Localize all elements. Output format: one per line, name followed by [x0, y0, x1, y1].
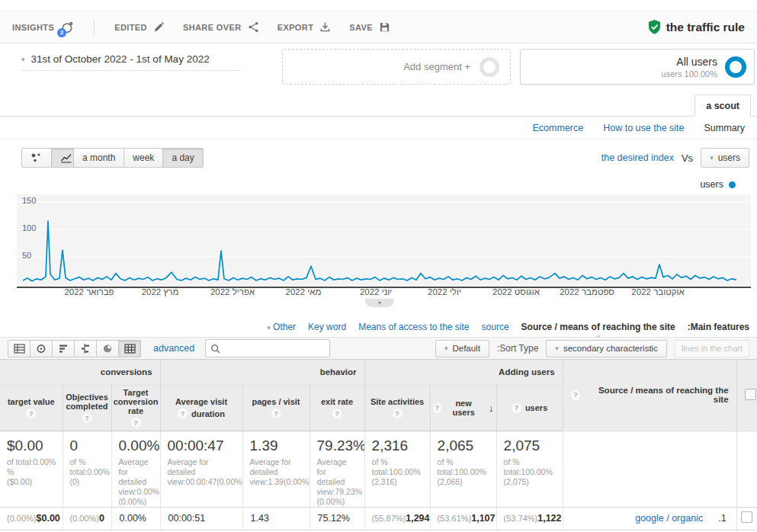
- group-adding-users: Adding users: [364, 360, 563, 385]
- comparison-view-button[interactable]: [74, 340, 97, 357]
- col-header-exit-rate[interactable]: exit rate?: [310, 385, 364, 431]
- share-button[interactable]: SHARE OVER: [183, 21, 259, 33]
- dimension-source[interactable]: source: [482, 322, 509, 332]
- all-users-segment[interactable]: All users users 100.00%: [520, 49, 755, 85]
- tab-a-scout[interactable]: a scout: [694, 95, 751, 117]
- cell-new-users: (53.61%)1,107: [430, 507, 496, 530]
- col-header-users[interactable]: ?users: [496, 385, 563, 431]
- table-view-button[interactable]: [8, 340, 30, 357]
- granularity-week-button[interactable]: week: [123, 148, 163, 168]
- help-icon[interactable]: ?: [82, 413, 92, 423]
- help-icon[interactable]: ?: [393, 409, 403, 418]
- edited-button[interactable]: EDITED: [114, 21, 165, 33]
- comparison-icon: [80, 344, 91, 354]
- col-header-avg-duration[interactable]: Average visit?duration: [160, 385, 242, 431]
- sort-type-button[interactable]: ▾ Default: [435, 340, 489, 357]
- save-button[interactable]: SAVE: [349, 21, 390, 33]
- chart-collapse-handle[interactable]: ▾: [365, 299, 394, 307]
- users-timeseries-chart[interactable]: 150 100 50: [17, 194, 751, 288]
- help-icon[interactable]: ?: [26, 409, 36, 418]
- save-icon: [379, 21, 390, 33]
- dimension-other[interactable]: ▾ Other: [267, 322, 296, 332]
- desired-index-link[interactable]: the desired index: [601, 152, 674, 163]
- bars-icon: [58, 344, 69, 354]
- cell-avg-duration: 00:00:51: [160, 507, 242, 530]
- table-toolbar-right: ▾ Default :Sort Type ▾ secondary charact…: [435, 340, 749, 357]
- col-header-target-value[interactable]: target value?: [0, 385, 63, 431]
- add-segment-box[interactable]: Add segment +: [282, 49, 511, 85]
- help-icon[interactable]: ?: [512, 403, 521, 413]
- motion-chart-button[interactable]: [21, 148, 52, 168]
- row-index: .1: [718, 513, 726, 524]
- users-line: [23, 221, 736, 281]
- metric-select-button[interactable]: ▾ users: [701, 148, 749, 168]
- data-table-icon: [14, 344, 25, 354]
- pivot-view-button[interactable]: [118, 340, 141, 357]
- tab-strip: a scout: [0, 95, 757, 117]
- col-label: Target conversion rate: [114, 388, 159, 415]
- dimension-access[interactable]: Means of access to the site: [358, 322, 469, 332]
- x-axis-labels: פברואר 2022מרץ 2022אפריל 2022מאי 2022יונ…: [17, 287, 751, 300]
- performance-view-button[interactable]: [52, 340, 75, 357]
- pie-view-button[interactable]: [96, 340, 119, 357]
- help-icon[interactable]: ?: [433, 403, 442, 413]
- table-search-input[interactable]: [224, 342, 345, 354]
- chevron-down-icon: ▾: [378, 300, 381, 306]
- col-header-new-users[interactable]: ?new users↓: [430, 385, 496, 431]
- x-axis-label: יוני 2022: [360, 287, 392, 296]
- insights-button[interactable]: INSIGHTS 2: [12, 21, 74, 34]
- col-header-objectives[interactable]: Objectives completed?: [63, 385, 111, 431]
- row-checkbox-cell: [736, 507, 757, 530]
- select-all-checkbox[interactable]: [745, 389, 756, 400]
- help-icon[interactable]: ?: [131, 418, 141, 428]
- x-axis-label: ספטמבר 2022: [560, 287, 614, 296]
- percentage-view-button[interactable]: [30, 340, 53, 357]
- share-icon: [248, 21, 259, 33]
- advanced-filter-link[interactable]: advanced: [153, 343, 194, 354]
- y-tick-50: 50: [22, 251, 31, 260]
- secondary-dimension-button[interactable]: ▾ secondary characteristic: [546, 340, 667, 357]
- cell-source: google / organic.1: [563, 507, 736, 530]
- pencil-icon: [153, 21, 165, 33]
- link-how-to-use[interactable]: How to use the site: [603, 123, 684, 133]
- main-features-label: :Main features: [688, 322, 749, 332]
- date-range-text: 31st of October 2022 - 1st of May 2022: [31, 53, 210, 65]
- col-header-target-rate[interactable]: Target conversion rate?: [111, 385, 160, 431]
- summary-target-rate: 0.00%Average for detailed view:0.00% (0.…: [111, 431, 160, 507]
- x-axis-label: אוקטובר 2022: [631, 287, 684, 296]
- dimension-keyword[interactable]: Key word: [308, 322, 346, 332]
- help-icon[interactable]: ?: [178, 409, 188, 418]
- granularity-day-button[interactable]: a day: [162, 148, 203, 168]
- help-icon[interactable]: ?: [571, 390, 581, 400]
- link-summary[interactable]: Summary: [704, 123, 745, 133]
- report-title-text: the traffic rule: [666, 21, 745, 34]
- col-header-pages-visit[interactable]: pages / visit?: [242, 385, 310, 431]
- date-range-selector[interactable]: ▾ 31st of October 2022 - 1st of May 2022: [21, 52, 240, 71]
- download-icon: [319, 21, 331, 33]
- insights-icon: 2: [60, 21, 74, 34]
- help-icon[interactable]: ?: [271, 409, 281, 418]
- granularity-month-button[interactable]: a month: [73, 148, 124, 168]
- row-checkbox[interactable]: [741, 511, 752, 523]
- col-label: exit rate: [321, 397, 353, 406]
- dimension-other-label: Other: [273, 322, 296, 332]
- help-icon[interactable]: ?: [332, 409, 342, 418]
- dimension-source-medium-selected[interactable]: Source / means of reaching the site: [521, 322, 675, 332]
- export-button[interactable]: EXPORT: [277, 21, 332, 33]
- link-ecommerce[interactable]: Ecommerce: [533, 123, 584, 133]
- sort-desc-icon[interactable]: ↓: [489, 402, 494, 414]
- donut-icon: [36, 344, 47, 354]
- add-segment-label: Add segment +: [403, 61, 470, 72]
- source-link-google-organic[interactable]: google / organic: [635, 513, 703, 524]
- chart-controls-row: a month week a day the desired index Vs …: [0, 139, 757, 176]
- verified-shield-icon: [648, 20, 661, 34]
- col-header-source-medium[interactable]: ?Source / means of reaching the site: [563, 360, 736, 431]
- legend-dot-icon: [729, 181, 736, 188]
- chart-lines-button-disabled: lines in the chart: [675, 340, 749, 357]
- x-axis-label: אפריל 2022: [210, 287, 255, 296]
- chart-legend: users: [0, 177, 757, 192]
- table-group-header-row: conversions behavior Adding users ?Sourc…: [0, 360, 757, 385]
- legend-users-label: users: [700, 179, 723, 190]
- col-header-site-activities[interactable]: Site activities?: [364, 385, 430, 431]
- col-label: pages / visit: [252, 397, 300, 406]
